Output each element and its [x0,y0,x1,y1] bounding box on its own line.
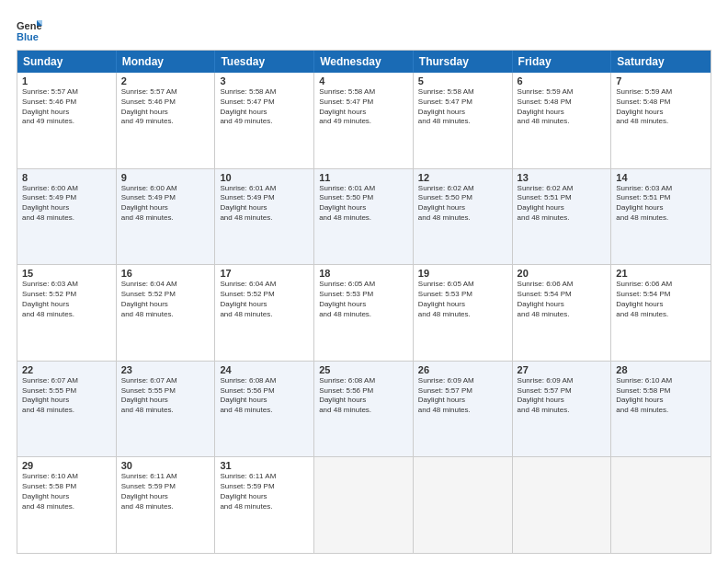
day-info: Sunrise: 5:59 AMSunset: 5:48 PMDaylight … [518,87,607,127]
calendar-cell: 24Sunrise: 6:08 AMSunset: 5:56 PMDayligh… [215,362,314,457]
calendar-cell [314,457,414,553]
day-number: 19 [418,268,507,279]
day-number: 28 [616,364,706,375]
calendar: SundayMondayTuesdayWednesdayThursdayFrid… [17,50,711,554]
day-info: Sunrise: 6:06 AMSunset: 5:54 PMDaylight … [616,280,706,319]
day-number: 20 [518,268,607,279]
day-info: Sunrise: 6:09 AMSunset: 5:57 PMDaylight … [418,376,507,416]
calendar-cell [414,457,513,553]
day-number: 2 [121,75,210,86]
calendar-cell: 25Sunrise: 6:08 AMSunset: 5:56 PMDayligh… [314,362,414,457]
calendar-cell: 9Sunrise: 6:00 AMSunset: 5:49 PMDaylight… [117,169,216,265]
day-info: Sunrise: 6:11 AMSunset: 5:59 PMDaylight … [121,472,210,511]
header: General Blue [17,17,711,42]
day-info: Sunrise: 6:07 AMSunset: 5:55 PMDaylight … [22,376,111,416]
day-number: 6 [518,75,607,86]
day-number: 8 [22,172,111,183]
calendar-cell: 30Sunrise: 6:11 AMSunset: 5:59 PMDayligh… [117,457,216,553]
calendar-cell: 1Sunrise: 5:57 AMSunset: 5:46 PMDaylight… [17,73,117,168]
calendar-cell: 3Sunrise: 5:58 AMSunset: 5:47 PMDaylight… [215,73,314,168]
calendar-cell: 23Sunrise: 6:07 AMSunset: 5:55 PMDayligh… [117,362,216,457]
day-info: Sunrise: 6:01 AMSunset: 5:50 PMDaylight … [319,184,408,224]
day-number: 21 [616,268,706,279]
calendar-cell: 27Sunrise: 6:09 AMSunset: 5:57 PMDayligh… [513,362,612,457]
day-info: Sunrise: 6:07 AMSunset: 5:55 PMDaylight … [121,376,210,416]
calendar-cell [611,457,711,553]
day-number: 25 [319,364,408,375]
cal-header-day: Wednesday [314,51,414,73]
day-number: 22 [22,364,111,375]
calendar-cell: 17Sunrise: 6:04 AMSunset: 5:52 PMDayligh… [215,265,314,361]
calendar-cell: 5Sunrise: 5:58 AMSunset: 5:47 PMDaylight… [414,73,513,168]
day-info: Sunrise: 6:04 AMSunset: 5:52 PMDaylight … [220,280,309,319]
day-info: Sunrise: 6:00 AMSunset: 5:49 PMDaylight … [121,184,210,224]
day-info: Sunrise: 6:11 AMSunset: 5:59 PMDaylight … [220,472,309,511]
cal-header-day: Thursday [414,51,513,73]
day-number: 13 [518,172,607,183]
day-info: Sunrise: 5:58 AMSunset: 5:47 PMDaylight … [319,87,408,127]
day-number: 23 [121,364,210,375]
day-number: 24 [220,364,309,375]
day-number: 31 [220,460,309,471]
day-number: 18 [319,268,408,279]
calendar-body: 1Sunrise: 5:57 AMSunset: 5:46 PMDaylight… [17,73,711,553]
calendar-week: 8Sunrise: 6:00 AMSunset: 5:49 PMDaylight… [17,169,711,266]
day-number: 30 [121,460,210,471]
calendar-cell: 29Sunrise: 6:10 AMSunset: 5:58 PMDayligh… [17,457,117,553]
day-info: Sunrise: 5:58 AMSunset: 5:47 PMDaylight … [220,87,309,127]
calendar-cell: 19Sunrise: 6:05 AMSunset: 5:53 PMDayligh… [414,265,513,361]
calendar-cell: 18Sunrise: 6:05 AMSunset: 5:53 PMDayligh… [314,265,414,361]
day-info: Sunrise: 6:05 AMSunset: 5:53 PMDaylight … [418,280,507,319]
calendar-cell: 14Sunrise: 6:03 AMSunset: 5:51 PMDayligh… [611,169,711,265]
calendar-cell: 21Sunrise: 6:06 AMSunset: 5:54 PMDayligh… [611,265,711,361]
day-info: Sunrise: 6:10 AMSunset: 5:58 PMDaylight … [22,472,111,511]
calendar-week: 22Sunrise: 6:07 AMSunset: 5:55 PMDayligh… [17,362,711,458]
day-info: Sunrise: 6:02 AMSunset: 5:50 PMDaylight … [418,184,507,224]
calendar-cell: 15Sunrise: 6:03 AMSunset: 5:52 PMDayligh… [17,265,117,361]
page: General Blue SundayMondayTuesdayWednesda… [0,0,728,563]
svg-text:Blue: Blue [17,31,39,42]
calendar-cell: 16Sunrise: 6:04 AMSunset: 5:52 PMDayligh… [117,265,216,361]
calendar-cell [513,457,612,553]
day-info: Sunrise: 6:01 AMSunset: 5:49 PMDaylight … [220,184,309,224]
day-number: 27 [518,364,607,375]
calendar-cell: 8Sunrise: 6:00 AMSunset: 5:49 PMDaylight… [17,169,117,265]
day-number: 12 [418,172,507,183]
calendar-cell: 10Sunrise: 6:01 AMSunset: 5:49 PMDayligh… [215,169,314,265]
calendar-cell: 20Sunrise: 6:06 AMSunset: 5:54 PMDayligh… [513,265,612,361]
day-number: 11 [319,172,408,183]
day-info: Sunrise: 6:10 AMSunset: 5:58 PMDaylight … [616,376,706,416]
calendar-cell: 26Sunrise: 6:09 AMSunset: 5:57 PMDayligh… [414,362,513,457]
day-info: Sunrise: 6:09 AMSunset: 5:57 PMDaylight … [518,376,607,416]
day-info: Sunrise: 6:05 AMSunset: 5:53 PMDaylight … [319,280,408,319]
cal-header-day: Sunday [17,51,117,73]
day-number: 17 [220,268,309,279]
day-number: 5 [418,75,507,86]
calendar-cell: 12Sunrise: 6:02 AMSunset: 5:50 PMDayligh… [414,169,513,265]
day-number: 9 [121,172,210,183]
calendar-cell: 4Sunrise: 5:58 AMSunset: 5:47 PMDaylight… [314,73,414,168]
day-number: 7 [616,75,706,86]
day-number: 15 [22,268,111,279]
day-info: Sunrise: 5:58 AMSunset: 5:47 PMDaylight … [418,87,507,127]
day-info: Sunrise: 6:02 AMSunset: 5:51 PMDaylight … [518,184,607,224]
calendar-cell: 28Sunrise: 6:10 AMSunset: 5:58 PMDayligh… [611,362,711,457]
cal-header-day: Tuesday [215,51,314,73]
calendar-header: SundayMondayTuesdayWednesdayThursdayFrid… [17,51,711,73]
cal-header-day: Friday [513,51,612,73]
day-number: 29 [22,460,111,471]
day-number: 3 [220,75,309,86]
calendar-cell: 13Sunrise: 6:02 AMSunset: 5:51 PMDayligh… [513,169,612,265]
day-info: Sunrise: 6:04 AMSunset: 5:52 PMDaylight … [121,280,210,319]
day-number: 4 [319,75,408,86]
day-info: Sunrise: 5:57 AMSunset: 5:46 PMDaylight … [121,87,210,127]
day-info: Sunrise: 6:03 AMSunset: 5:51 PMDaylight … [616,184,706,224]
day-info: Sunrise: 6:03 AMSunset: 5:52 PMDaylight … [22,280,111,319]
day-info: Sunrise: 5:57 AMSunset: 5:46 PMDaylight … [22,87,111,127]
cal-header-day: Monday [117,51,216,73]
calendar-cell: 31Sunrise: 6:11 AMSunset: 5:59 PMDayligh… [215,457,314,553]
day-number: 14 [616,172,706,183]
day-info: Sunrise: 6:08 AMSunset: 5:56 PMDaylight … [319,376,408,416]
calendar-cell: 22Sunrise: 6:07 AMSunset: 5:55 PMDayligh… [17,362,117,457]
calendar-cell: 7Sunrise: 5:59 AMSunset: 5:48 PMDaylight… [611,73,711,168]
